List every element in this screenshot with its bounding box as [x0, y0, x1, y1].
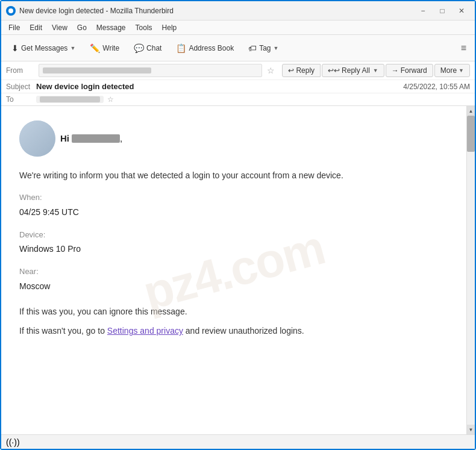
- forward-label: Forward: [401, 66, 427, 75]
- from-field: [39, 64, 262, 77]
- reply-arrow-icon: ↩: [288, 66, 294, 75]
- avatar: [19, 120, 55, 157]
- write-icon: ✏️: [90, 43, 100, 53]
- subject-value: New device login detected: [36, 82, 403, 91]
- date-value: 4/25/2022, 10:55 AM: [403, 83, 470, 91]
- app-icon: [6, 6, 16, 16]
- footer-line-1: If this was you, you can ignore this mes…: [19, 305, 448, 318]
- email-actions-bar: From ☆ ↩ Reply ↩↩ Reply All ▼ → Forward: [1, 61, 475, 80]
- scrollbar-up-arrow[interactable]: ▲: [467, 106, 475, 116]
- write-button[interactable]: ✏️ Write: [83, 40, 126, 57]
- chat-button[interactable]: 💬 Chat: [127, 40, 168, 57]
- maximize-button[interactable]: □: [434, 5, 451, 17]
- footer-2-after: and review unauthorized logins.: [183, 326, 304, 336]
- from-address-blurred: [43, 67, 151, 73]
- footer-line-2: If this wasn't you, go to Settings and p…: [19, 324, 448, 337]
- near-label: Near:: [19, 266, 448, 278]
- menu-edit[interactable]: Edit: [25, 22, 47, 33]
- forward-button[interactable]: → Forward: [386, 64, 433, 77]
- window-title: New device login detected - Mozilla Thun…: [19, 7, 415, 15]
- close-button[interactable]: ✕: [453, 5, 470, 17]
- near-value: Moscow: [19, 280, 448, 293]
- email-header: From ☆ ↩ Reply ↩↩ Reply All ▼ → Forward: [1, 61, 475, 106]
- more-dropdown-icon[interactable]: ▼: [459, 67, 464, 73]
- subject-row: Subject New device login detected 4/25/2…: [1, 80, 475, 93]
- window-controls: − □ ✕: [415, 5, 470, 17]
- reply-label: Reply: [296, 66, 315, 75]
- toolbar: ⬇ Get Messages ▼ ✏️ Write 💬 Chat 📋 Addre…: [1, 35, 475, 61]
- email-action-buttons: ↩ Reply ↩↩ Reply All ▼ → Forward More ▼: [282, 64, 470, 77]
- device-value: Windows 10 Pro: [19, 242, 448, 255]
- address-book-button[interactable]: 📋 Address Book: [169, 40, 240, 57]
- greeting-text: Hi ,: [60, 131, 122, 146]
- scrollbar: ▲ ▼: [466, 106, 475, 434]
- reply-all-arrow-icon: ↩↩: [328, 66, 340, 75]
- to-row: To ☆: [1, 93, 475, 105]
- menu-view[interactable]: View: [47, 22, 72, 33]
- tag-label: Tag: [259, 44, 271, 52]
- reply-all-dropdown-icon[interactable]: ▼: [373, 67, 378, 73]
- menu-bar: File Edit View Go Message Tools Help: [1, 20, 475, 35]
- chat-icon: 💬: [134, 43, 144, 53]
- to-label: To: [6, 95, 36, 104]
- settings-and-privacy-link[interactable]: Settings and privacy: [107, 326, 183, 336]
- greeting-hi: Hi: [60, 131, 69, 146]
- tag-button[interactable]: 🏷 Tag ▼: [242, 40, 285, 57]
- scrollbar-down-arrow[interactable]: ▼: [467, 425, 475, 434]
- get-messages-dropdown-icon[interactable]: ▼: [70, 45, 75, 51]
- to-address-blurred: [40, 96, 100, 102]
- tag-icon: 🏷: [248, 43, 257, 53]
- minimize-button[interactable]: −: [415, 5, 431, 17]
- to-field: [36, 96, 104, 103]
- subject-label: Subject: [6, 83, 36, 91]
- title-bar: New device login detected - Mozilla Thun…: [1, 1, 475, 20]
- to-star-icon[interactable]: ☆: [107, 95, 114, 104]
- address-book-icon: 📋: [176, 43, 186, 53]
- email-footer: If this was you, you can ignore this mes…: [19, 305, 448, 338]
- tag-dropdown-icon[interactable]: ▼: [274, 45, 279, 51]
- get-messages-button[interactable]: ⬇ Get Messages ▼: [5, 40, 82, 57]
- when-value: 04/25 9:45 UTC: [19, 205, 448, 219]
- forward-arrow-icon: →: [392, 66, 399, 75]
- device-label: Device:: [19, 229, 448, 242]
- menu-message[interactable]: Message: [92, 22, 131, 33]
- svg-point-0: [8, 8, 13, 13]
- scrollbar-thumb[interactable]: [467, 116, 475, 152]
- write-label: Write: [102, 44, 119, 52]
- menu-tools[interactable]: Tools: [131, 22, 157, 33]
- menu-help[interactable]: Help: [157, 22, 182, 33]
- greeting-name-blurred: [72, 134, 120, 143]
- address-book-label: Address Book: [189, 44, 234, 52]
- email-body: pz4.com Hi , We're writing to inform you…: [1, 106, 466, 434]
- reply-all-button[interactable]: ↩↩ Reply All ▼: [322, 64, 384, 77]
- get-messages-label: Get Messages: [21, 44, 67, 52]
- body-paragraph: We're writing to inform you that we dete…: [19, 169, 448, 182]
- greeting-row: Hi ,: [19, 120, 448, 157]
- scrollbar-track[interactable]: [467, 116, 475, 425]
- menu-go[interactable]: Go: [72, 22, 92, 33]
- reply-button[interactable]: ↩ Reply: [282, 64, 321, 77]
- from-star-icon[interactable]: ☆: [267, 66, 275, 75]
- more-button[interactable]: More ▼: [434, 64, 470, 77]
- greeting-comma: ,: [120, 131, 122, 146]
- when-label: When:: [19, 192, 448, 204]
- status-bar: ((·)): [1, 434, 475, 449]
- more-label: More: [440, 66, 457, 75]
- chat-label: Chat: [146, 44, 161, 52]
- status-icon: ((·)): [6, 437, 20, 447]
- main-window: New device login detected - Mozilla Thun…: [0, 0, 476, 450]
- email-body-wrapper: pz4.com Hi , We're writing to inform you…: [1, 106, 475, 434]
- menu-file[interactable]: File: [4, 22, 25, 33]
- get-messages-icon: ⬇: [11, 43, 19, 53]
- hamburger-button[interactable]: ≡: [456, 40, 471, 57]
- from-label: From: [6, 66, 36, 75]
- reply-all-label: Reply All: [342, 66, 370, 75]
- footer-2-before: If this wasn't you, go to: [19, 326, 107, 336]
